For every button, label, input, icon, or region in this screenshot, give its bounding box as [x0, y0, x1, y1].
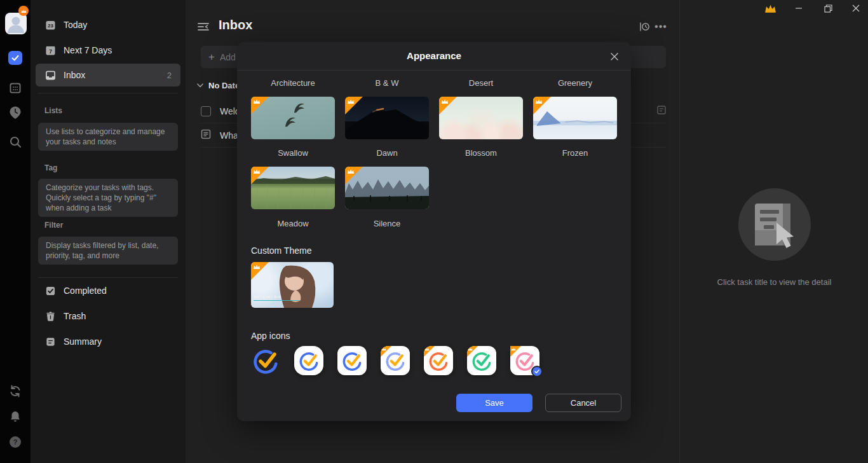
theme-label[interactable]: Meadow [251, 219, 335, 228]
summary-icon [44, 336, 56, 347]
app-icon-option-4[interactable] [381, 346, 410, 375]
theme-label[interactable]: Greenery [533, 78, 617, 88]
premium-crown-badge [345, 97, 363, 114]
sidebar-item-trash[interactable]: Trash [36, 305, 180, 327]
premium-crown-badge [345, 167, 363, 184]
app-icon-option-7-selected[interactable] [510, 346, 539, 375]
premium-crown-badge [381, 346, 391, 357]
filter-tip[interactable]: Display tasks filtered by list, date, pr… [38, 237, 178, 265]
dialog-close-icon[interactable] [608, 50, 621, 63]
sidebar-item-completed[interactable]: Completed [36, 280, 180, 301]
sync-icon[interactable] [8, 384, 22, 398]
theme-thumb-dawn[interactable] [345, 97, 429, 139]
sidebar: 23 Today 7 Next 7 Days Inbox 2 Lists Use… [31, 0, 186, 463]
lists-tip[interactable]: Use lists to categorize and manage your … [38, 123, 178, 151]
close-button[interactable] [849, 3, 863, 14]
more-options-icon[interactable]: ••• [654, 21, 667, 32]
section-title-filter: Filter [44, 221, 63, 230]
rail-focus-icon[interactable] [8, 106, 22, 120]
selected-check-badge [531, 366, 543, 377]
theme-label-row: Swallow Dawn Blossom Frozen [251, 148, 617, 158]
theme-label[interactable]: Architecture [251, 78, 335, 88]
app-icon-option-6[interactable] [467, 346, 496, 375]
theme-thumb-frozen[interactable] [533, 97, 617, 139]
theme-thumb-meadow[interactable] [251, 167, 335, 209]
detail-panel: Click task title to view the detail [679, 0, 868, 463]
save-button[interactable]: Save [456, 394, 532, 412]
theme-label[interactable]: Desert [439, 78, 523, 88]
next7days-calendar-icon: 7 [44, 45, 56, 56]
svg-text:?: ? [13, 438, 18, 446]
collapse-sidebar-icon[interactable] [197, 21, 210, 32]
app-window: ? 23 Today 7 Next 7 Days Inbox 2 Lists U… [0, 0, 868, 463]
task-checkbox[interactable] [201, 106, 211, 116]
chevron-down-icon [197, 83, 203, 88]
app-icon-row [251, 346, 539, 375]
theme-label-row: Architecture B & W Desert Greenery [251, 78, 617, 88]
app-icons-heading: App icons [251, 331, 290, 341]
app-icon-option-5[interactable] [424, 346, 453, 375]
theme-label[interactable]: B & W [345, 78, 429, 88]
sidebar-divider [38, 93, 178, 93]
premium-crown-badge [424, 346, 435, 357]
notification-bell-icon[interactable] [8, 410, 22, 424]
theme-label[interactable]: Silence [345, 219, 429, 228]
task-title[interactable]: Wha [220, 130, 238, 141]
today-calendar-icon: 23 [44, 19, 56, 31]
sidebar-item-today[interactable]: 23 Today [36, 14, 180, 36]
page-title: Inbox [219, 18, 252, 32]
theme-label-row: Meadow Silence [251, 219, 429, 228]
detail-empty-text: Click task title to view the detail [680, 277, 868, 287]
icon-rail: ? [0, 0, 31, 463]
group-label: No Date [208, 81, 240, 90]
sidebar-item-label: Today [64, 20, 87, 30]
theme-label[interactable]: Swallow [251, 148, 335, 158]
custom-theme-thumb[interactable]: NATSUKI RIN [251, 262, 334, 308]
section-title-lists: Lists [44, 106, 62, 115]
premium-crown-badge [467, 346, 478, 357]
theme-label[interactable]: Frozen [533, 148, 617, 158]
premium-crown-badge [533, 97, 551, 114]
theme-thumb-blossom[interactable] [439, 97, 523, 139]
sidebar-item-inbox[interactable]: Inbox 2 [36, 64, 180, 86]
svg-text:7: 7 [49, 48, 52, 54]
restore-button[interactable] [821, 3, 835, 14]
sidebar-divider [38, 277, 178, 278]
sidebar-item-label: Next 7 Days [64, 45, 112, 55]
svg-text:23: 23 [48, 23, 53, 29]
rail-calendar-icon[interactable] [8, 81, 22, 95]
tag-tip[interactable]: Categorize your tasks with tags. Quickly… [38, 179, 178, 217]
sidebar-item-next7days[interactable]: 7 Next 7 Days [36, 39, 180, 61]
empty-state-illustration [738, 188, 811, 263]
group-header-no-date[interactable]: No Date [197, 81, 240, 90]
minimize-button[interactable] [792, 3, 806, 14]
avatar-premium-crown-icon [18, 6, 29, 16]
app-icon-option-3[interactable] [337, 346, 367, 375]
avatar[interactable] [5, 13, 27, 34]
theme-thumb-swallow[interactable] [251, 97, 335, 139]
custom-theme-heading: Custom Theme [251, 245, 311, 256]
sidebar-item-label: Completed [64, 286, 107, 296]
sidebar-item-summary[interactable]: Summary [36, 331, 180, 352]
theme-label[interactable]: Blossom [439, 148, 523, 158]
premium-crown-badge [251, 262, 269, 280]
custom-theme-caption: NATSUKI RIN [254, 295, 281, 299]
premium-crown-badge [439, 97, 457, 114]
titlebar-premium-crown-icon[interactable] [764, 3, 776, 14]
sidebar-item-label: Trash [64, 311, 86, 321]
note-item-icon [201, 129, 211, 141]
premium-crown-badge [251, 167, 269, 184]
sort-icon[interactable] [638, 21, 651, 32]
cancel-button[interactable]: Cancel [545, 394, 621, 412]
app-icon-option-2[interactable] [294, 346, 323, 375]
plus-icon: + [208, 51, 215, 64]
theme-label[interactable]: Dawn [345, 148, 429, 158]
help-icon[interactable]: ? [8, 435, 22, 449]
inbox-icon [44, 69, 56, 81]
rail-search-icon[interactable] [8, 135, 22, 149]
completed-checkbox-icon [44, 285, 56, 296]
theme-thumb-silence[interactable] [345, 167, 429, 209]
rail-tasks-icon[interactable] [8, 51, 22, 65]
inbox-count: 2 [167, 71, 172, 80]
app-icon-option-1[interactable] [251, 346, 280, 375]
